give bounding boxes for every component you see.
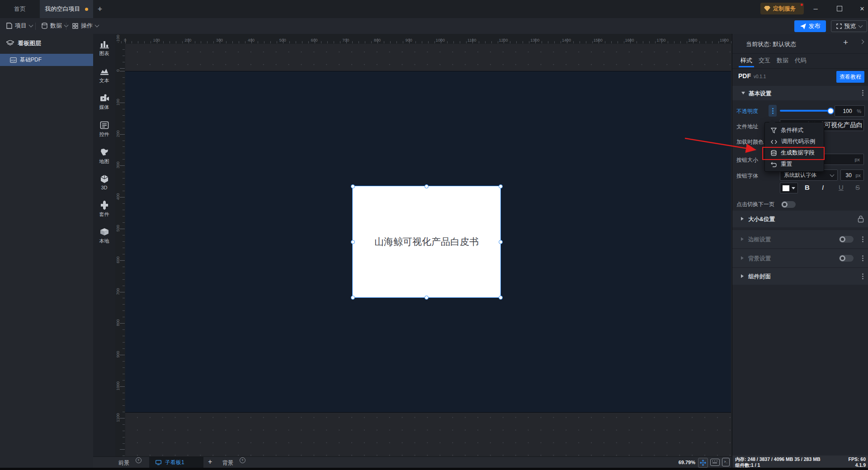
tool-text[interactable]: 文本 [93,67,115,84]
opacity-input[interactable]: 100 % [835,105,865,117]
vruler-label: 500 [116,223,120,234]
tool-widget[interactable]: 控件 [93,121,115,138]
maximize-button[interactable] [833,6,846,13]
lock-icon[interactable] [858,215,864,223]
tab-style[interactable]: 样式 [741,56,752,65]
minimize-button[interactable]: ─ [809,5,822,12]
publish-button[interactable]: 发布 [794,20,826,32]
shortcut-keyboard-button[interactable] [710,459,720,466]
section-border-settings[interactable]: 边框设置 [732,230,868,248]
px-suffix: px [854,157,860,162]
tab-interact[interactable]: 交互 [759,56,770,65]
hruler-label: 600 [311,38,317,42]
section-menu-icon[interactable] [862,239,863,240]
section-basic-settings[interactable]: 基本设置 [732,86,868,100]
add-state-button[interactable]: + [843,38,848,47]
close-button[interactable]: ✕ [855,5,868,12]
opacity-slider-knob[interactable] [827,108,834,114]
section-menu-icon[interactable] [862,258,863,259]
font-color-picker[interactable] [780,183,798,193]
selection-handle-se[interactable] [499,296,503,300]
section-menu-icon[interactable] [862,92,863,94]
add-background-icon[interactable]: + [240,457,245,463]
local-box-icon [99,227,109,236]
selection-handle-w[interactable] [351,240,355,244]
pdf-component[interactable]: 山海鲸可视化产品白皮书 [353,186,500,297]
menu-item-label: 重置 [781,160,792,168]
publish-label: 发布 [809,22,821,30]
layer-item-pdf[interactable]: PDF 基础PDF [0,54,93,66]
tab-project[interactable]: 我的空白项目 [40,0,93,18]
add-board-button[interactable]: + [208,458,212,466]
selection-handle-ne[interactable] [499,184,503,188]
background-toggle[interactable] [839,255,854,262]
tab-home[interactable]: 首页 [0,0,40,18]
opacity-menu-button[interactable] [769,105,777,117]
section-size-label: 大小&位置 [748,216,775,223]
app-version: 4.1.9 [855,462,866,468]
button-size-label: 按钮大小 [736,156,758,164]
tool-kit[interactable]: 套件 [93,201,115,218]
section-menu-icon[interactable] [862,276,863,277]
border-toggle[interactable] [839,236,854,243]
strikethrough-button[interactable]: S [855,183,860,191]
tab-code[interactable]: 代码 [795,56,807,65]
underline-button[interactable]: U [839,183,844,191]
selection-handle-s[interactable] [425,296,429,300]
expand-icon [741,256,744,260]
current-state-label: 当前状态: [746,41,771,47]
hruler-label: 500 [279,38,286,42]
document-icon [6,23,12,29]
selection-handle-nw[interactable] [351,184,355,188]
app-window: 首页 我的空白项目 + 定制服务 ─ ✕ 项目 数据 操作 [0,0,868,470]
kebab-icon [772,110,774,112]
menu-item-condition-style[interactable]: 条件样式 [765,125,824,136]
section-background-settings[interactable]: 背景设置 [732,249,868,267]
italic-button[interactable]: I [822,183,824,191]
tool-kit-label: 套件 [99,212,109,217]
section-component-cover[interactable]: 组件封面 [732,268,868,285]
tool-map[interactable]: 地图 [93,148,115,165]
tool-media[interactable]: 媒体 [93,94,115,111]
keyboard-icon [711,459,719,465]
tutorial-button[interactable]: 查看教程 [836,71,864,83]
preview-button[interactable]: 预览 [831,20,867,32]
zoom-level[interactable]: 69.79% [679,460,695,465]
annotation-highlight-box [762,147,825,160]
toggle-knob [840,236,845,242]
custom-service-badge[interactable]: 定制服务 [760,3,804,14]
tool-map-label: 地图 [99,159,109,164]
divider [732,68,868,69]
console-button[interactable]: >_ [722,458,730,466]
menu-operate[interactable]: 操作 [72,22,99,30]
bold-button[interactable]: B [805,183,810,191]
expand-states-icon[interactable] [860,40,864,44]
selection-handle-e[interactable] [499,240,503,244]
menu-item-reset[interactable]: 重置 [765,159,824,170]
tab-background[interactable]: 背景 [222,459,233,467]
selection-handle-sw[interactable] [351,296,355,300]
add-foreground-icon[interactable]: + [136,457,142,463]
tool-local[interactable]: 本地 [93,227,115,244]
tab-subboard[interactable]: 子看板1 [149,457,203,468]
fit-screen-button[interactable] [698,458,708,468]
vruler-label: 200 [116,128,120,139]
tab-data[interactable]: 数据 [777,56,788,65]
selection-handle-n[interactable] [425,184,429,188]
section-size-position[interactable]: 大小&位置 [732,211,868,227]
hruler-label: 1900 [720,38,729,42]
opacity-slider-track[interactable] [780,110,830,112]
hruler-label: 900 [406,38,412,42]
tool-chart[interactable]: 图表 [93,40,115,57]
database-icon [42,23,47,29]
chevron-down-icon [858,24,863,28]
click-next-toggle[interactable] [781,201,796,208]
component-version: v0.1.1 [754,74,766,79]
tool-3d[interactable]: 3D [93,174,115,190]
menu-item-code-example[interactable]: 调用代码示例 [765,136,824,147]
font-size-input[interactable]: 30 px [840,169,864,181]
menu-project[interactable]: 项目 [6,22,33,30]
menu-data[interactable]: 数据 [42,22,68,30]
new-tab-button[interactable]: + [98,5,102,14]
tab-foreground[interactable]: 前景 [118,459,129,467]
